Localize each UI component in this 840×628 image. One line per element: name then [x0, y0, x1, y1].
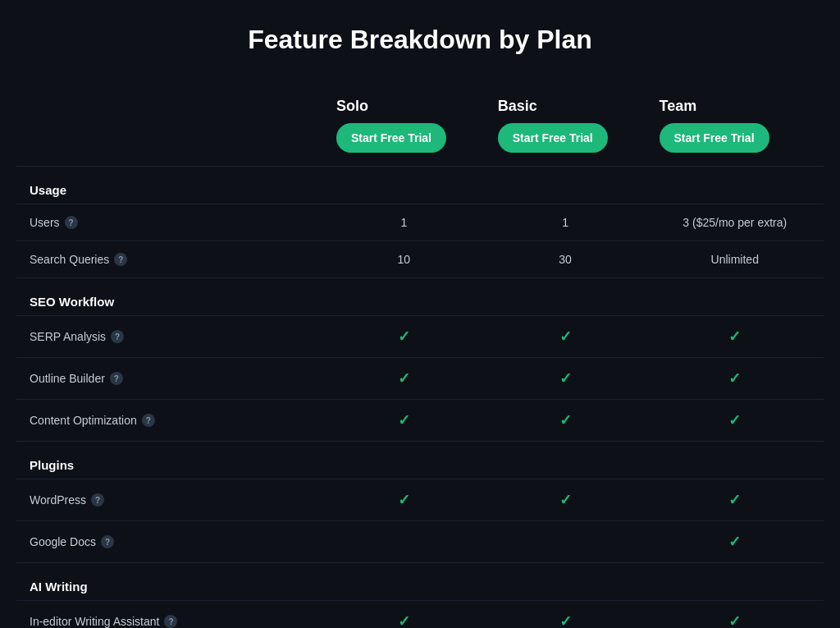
page-title: Feature Breakdown by Plan	[16, 25, 824, 55]
help-icon: ?	[91, 493, 104, 507]
plan-header-row: Solo Basic Team	[16, 88, 824, 120]
check-icon: ✓	[559, 613, 572, 628]
check-icon: ✓	[398, 328, 410, 345]
check-icon: ✓	[398, 492, 410, 508]
table-row: SERP Analysis?✓✓✓	[16, 316, 824, 358]
page-container: Feature Breakdown by Plan Solo Basic Tea…	[0, 0, 840, 628]
check-icon: ✓	[728, 370, 741, 387]
check-icon: ✓	[559, 492, 572, 508]
section-header-3: AI Writing	[16, 563, 824, 601]
feature-label-2-1: Google Docs?	[30, 535, 310, 548]
section-header-0: Usage	[16, 167, 824, 204]
check-icon: ✓	[398, 370, 410, 387]
feature-label-1-2: Content Optimization?	[30, 414, 310, 427]
value-text: 3 ($25/mo per extra)	[682, 216, 787, 229]
trial-btn-row: Start Free Trial Start Free Trial Start …	[16, 120, 824, 167]
help-icon: ?	[164, 615, 177, 628]
value-text: Unlimited	[711, 253, 759, 266]
help-icon: ?	[65, 216, 78, 229]
section-header-2: Plugins	[16, 442, 824, 479]
plan-basic-header: Basic	[485, 88, 646, 120]
table-row: WordPress?✓✓✓	[16, 479, 824, 521]
check-icon: ✓	[728, 412, 741, 429]
comparison-table: Solo Basic Team Start Free Trial Start F…	[16, 88, 824, 628]
feature-label-2-0: WordPress?	[30, 493, 310, 507]
feature-label-3-0: In-editor Writing Assistant?	[30, 615, 310, 628]
feature-label-0-1: Search Queries?	[30, 253, 310, 266]
check-icon: ✓	[728, 492, 741, 508]
feature-label-0-0: Users?	[30, 216, 310, 229]
help-icon: ?	[101, 535, 114, 548]
solo-trial-button[interactable]: Start Free Trial	[336, 123, 446, 153]
plan-solo-header: Solo	[323, 88, 485, 120]
check-icon: ✓	[559, 370, 572, 387]
check-icon: ✓	[559, 328, 572, 345]
feature-col-header	[16, 88, 323, 120]
table-row: Users?113 ($25/mo per extra)	[16, 204, 824, 241]
check-icon: ✓	[728, 613, 741, 628]
table-row: Google Docs?✓	[16, 521, 824, 563]
table-row: Outline Builder?✓✓✓	[16, 358, 824, 400]
help-icon: ?	[110, 372, 123, 385]
check-icon: ✓	[398, 412, 410, 429]
help-icon: ?	[142, 414, 155, 427]
plan-team-header: Team	[646, 88, 824, 120]
feature-label-1-1: Outline Builder?	[30, 372, 310, 385]
table-row: In-editor Writing Assistant?✓✓✓	[16, 601, 824, 629]
value-text: 1	[562, 216, 568, 229]
section-header-1: SEO Workflow	[16, 278, 824, 316]
help-icon: ?	[114, 253, 127, 266]
check-icon: ✓	[398, 613, 410, 628]
check-icon: ✓	[728, 534, 741, 550]
help-icon: ?	[111, 330, 124, 343]
value-text: 30	[559, 253, 572, 266]
check-icon: ✓	[728, 328, 741, 345]
table-row: Search Queries?1030Unlimited	[16, 241, 824, 278]
team-trial-button[interactable]: Start Free Trial	[660, 123, 769, 153]
table-row: Content Optimization?✓✓✓	[16, 400, 824, 442]
feature-label-1-0: SERP Analysis?	[30, 330, 310, 343]
basic-trial-button[interactable]: Start Free Trial	[498, 123, 608, 153]
check-icon: ✓	[559, 412, 572, 429]
value-text: 1	[400, 216, 407, 229]
value-text: 10	[398, 253, 411, 266]
